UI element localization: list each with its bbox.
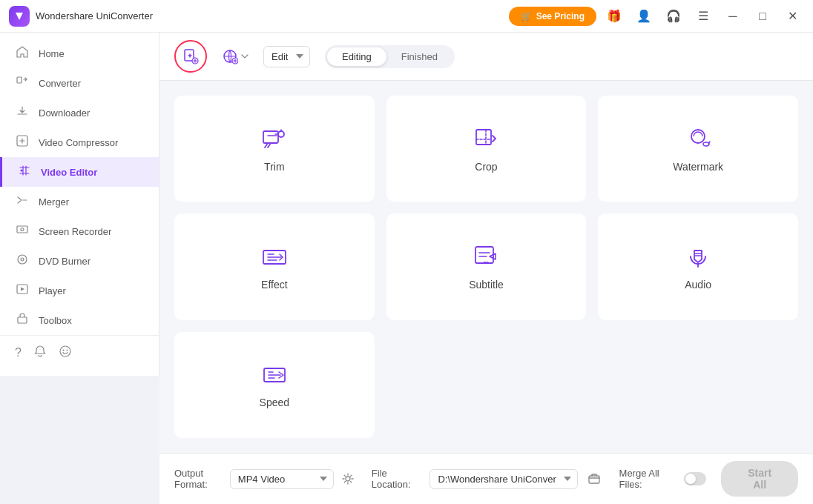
notification-icon[interactable]	[33, 345, 47, 361]
sidebar-item-dvd-burner[interactable]: DVD Burner	[0, 246, 159, 276]
headset-button[interactable]: 🎧	[662, 4, 685, 28]
subtitle-label: Subtitle	[469, 279, 504, 291]
compressor-icon	[15, 135, 30, 150]
sidebar-item-player[interactable]: Player	[0, 276, 159, 305]
editor-grid: Trim Crop Watermark	[159, 81, 813, 453]
video-editor-icon	[17, 165, 32, 179]
output-format-field: Output Format: MP4 Video	[174, 468, 357, 490]
player-label: Player	[39, 285, 66, 296]
feedback-icon[interactable]	[59, 345, 72, 361]
svg-point-10	[62, 350, 64, 351]
svg-point-2	[21, 170, 23, 172]
sidebar-item-merger[interactable]: Merger	[0, 187, 159, 216]
effect-icon	[260, 243, 289, 271]
home-label: Home	[39, 48, 65, 59]
trim-card[interactable]: Trim	[174, 96, 375, 202]
converter-label: Converter	[39, 78, 81, 89]
merge-all-label: Merge All Files:	[619, 468, 678, 490]
tab-finished[interactable]: Finished	[386, 47, 452, 66]
subtitle-card[interactable]: Subtitle	[386, 213, 587, 319]
speed-label: Speed	[260, 397, 289, 408]
cart-icon: 🛒	[521, 11, 532, 21]
home-icon	[15, 46, 30, 61]
effect-card[interactable]: Effect	[174, 213, 375, 319]
help-icon[interactable]: ?	[15, 346, 22, 359]
url-dropdown-icon	[241, 54, 248, 59]
logo-icon	[13, 10, 25, 22]
toolbox-icon	[15, 313, 30, 328]
sidebar-item-video-compressor[interactable]: Video Compressor	[0, 127, 159, 157]
watermark-icon	[684, 125, 712, 153]
sidebar: Home Converter Downloader Video Compress…	[0, 33, 159, 376]
svg-point-23	[346, 477, 350, 481]
sidebar-item-video-editor[interactable]: Video Editor	[0, 157, 159, 187]
audio-label: Audio	[685, 279, 711, 291]
svg-point-5	[18, 255, 27, 264]
svg-point-9	[60, 346, 70, 357]
dvd-burner-icon	[15, 253, 30, 268]
file-location-select[interactable]: D:\Wondershare UniConverter	[429, 469, 578, 489]
tab-editing[interactable]: Editing	[327, 47, 386, 66]
pricing-label: See Pricing	[536, 11, 585, 21]
minimize-button[interactable]: ─	[721, 4, 745, 28]
start-all-button[interactable]: Start All	[721, 461, 798, 497]
app-title: Wondershare UniConverter	[36, 10, 509, 21]
audio-icon	[684, 243, 712, 271]
player-icon	[15, 283, 30, 298]
crop-label: Crop	[475, 161, 497, 173]
sidebar-item-converter[interactable]: Converter	[0, 68, 159, 98]
sidebar-item-toolbox[interactable]: Toolbox	[0, 305, 159, 335]
content-area: Edit Editing Finished Trim	[159, 33, 813, 504]
sidebar-bottom: ?	[0, 335, 159, 370]
crop-card[interactable]: Crop	[386, 96, 587, 202]
toolbox-label: Toolbox	[39, 315, 72, 326]
compressor-label: Video Compressor	[39, 137, 118, 148]
title-bar-actions: 🛒 See Pricing 🎁 👤 🎧 ☰ ─ □ ✕	[509, 4, 804, 28]
svg-rect-18	[476, 130, 491, 145]
gift-button[interactable]: 🎁	[602, 4, 626, 28]
merge-toggle-field: Merge All Files:	[619, 468, 707, 490]
add-file-button[interactable]	[174, 40, 207, 73]
account-button[interactable]: 👤	[632, 4, 656, 28]
downloader-label: Downloader	[39, 107, 90, 119]
svg-point-6	[21, 258, 24, 261]
svg-point-11	[66, 350, 68, 351]
watermark-card[interactable]: Watermark	[598, 96, 798, 202]
subtitle-icon	[472, 243, 500, 271]
crop-icon	[472, 125, 500, 153]
audio-card[interactable]: Audio	[598, 213, 798, 319]
svg-rect-16	[263, 131, 278, 143]
svg-rect-24	[589, 476, 599, 483]
bottom-bar: Output Format: MP4 Video File Location: …	[159, 453, 813, 504]
format-select[interactable]: Edit	[263, 46, 310, 67]
output-format-settings-button[interactable]	[340, 468, 357, 490]
effect-label: Effect	[261, 279, 288, 291]
menu-button[interactable]: ☰	[691, 4, 715, 28]
svg-rect-8	[18, 317, 27, 323]
sidebar-item-screen-recorder[interactable]: Screen Recorder	[0, 216, 159, 246]
merger-icon	[15, 194, 30, 209]
close-button[interactable]: ✕	[780, 4, 804, 28]
sidebar-item-home[interactable]: Home	[0, 39, 159, 68]
svg-rect-21	[475, 247, 493, 263]
file-location-browse-button[interactable]	[584, 468, 604, 490]
tab-group: Editing Finished	[325, 45, 455, 68]
file-location-label: File Location:	[372, 468, 424, 490]
add-file-icon	[182, 48, 199, 64]
see-pricing-button[interactable]: 🛒 See Pricing	[509, 7, 596, 26]
add-url-icon	[222, 48, 238, 64]
screen-recorder-icon	[15, 224, 30, 239]
speed-icon	[260, 361, 289, 389]
maximize-button[interactable]: □	[751, 4, 774, 28]
dvd-burner-label: DVD Burner	[39, 256, 90, 267]
svg-rect-0	[17, 77, 22, 83]
app-logo	[9, 6, 30, 27]
main-layout: Home Converter Downloader Video Compress…	[0, 33, 813, 504]
merge-toggle-switch[interactable]	[684, 472, 706, 485]
sidebar-item-downloader[interactable]: Downloader	[0, 98, 159, 127]
output-format-select[interactable]: MP4 Video	[230, 469, 334, 489]
add-url-button[interactable]	[216, 44, 254, 69]
svg-point-17	[278, 131, 284, 137]
sidebar-wrapper: Home Converter Downloader Video Compress…	[0, 33, 159, 504]
speed-card[interactable]: Speed	[174, 332, 375, 438]
